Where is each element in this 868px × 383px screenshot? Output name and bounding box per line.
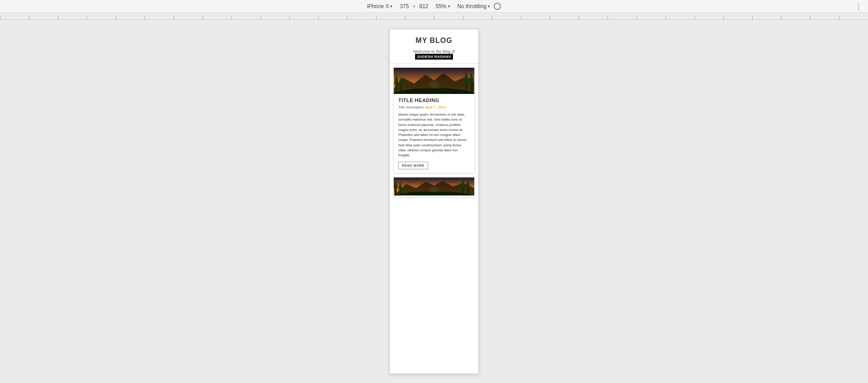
dimension-x: × [412,3,415,9]
zoom-selector[interactable]: 55% ▾ [436,3,450,9]
devtools-toolbar: iPhone X ▾ 375 × 812 55% ▾ No throttling… [0,0,868,13]
height-value: 812 [419,3,428,9]
blog-post-2 [393,177,475,198]
ruler [0,13,868,20]
throttling-label: No throttling [458,3,487,9]
post-body-text-1: Mauris neque quam, fermentum ut nisl vit… [398,112,470,158]
blog-author-badge: JUGESH RAGHAV [415,54,453,60]
device-caret: ▾ [390,4,392,9]
device-selector[interactable]: iPhone X ▾ [367,3,393,9]
more-options-button[interactable]: ⋮ [855,2,863,10]
post-date-1: April 7, 2014 [425,105,446,109]
zoom-value: 55% [436,3,447,9]
sensor-button[interactable] [494,3,501,10]
post-image-2 [394,177,474,197]
post-meta-label: Title description, [398,105,425,109]
post-body-1: TITLE HEADING Title description, April 7… [394,94,474,173]
post-image-1 [394,68,474,94]
read-more-button-1[interactable]: READ MORE [398,162,428,169]
blog-welcome: Welcome to the blog of JUGESH RAGHAV [395,49,473,60]
ruler-ticks [0,13,868,19]
device-label: iPhone X [367,3,389,9]
post-meta-1: Title description, April 7, 2014 [398,105,470,109]
blog-title: MY BLOG [395,37,473,45]
welcome-text: Welcome to the blog of [413,49,455,54]
width-value: 375 [400,3,409,9]
sensor-icon [494,3,501,10]
throttling-selector[interactable]: No throttling ▾ [458,3,491,9]
width-input-container[interactable]: 375 [400,3,409,9]
blog-post-1: TITLE HEADING Title description, April 7… [393,67,475,173]
throttling-caret: ▾ [488,4,490,9]
height-input-container[interactable]: 812 [419,3,428,9]
more-icon: ⋮ [855,2,863,10]
post-title-1: TITLE HEADING [398,98,470,103]
device-frame: MY BLOG Welcome to the blog of JUGESH RA… [389,29,479,374]
zoom-caret: ▾ [448,4,450,9]
blog-header: MY BLOG Welcome to the blog of JUGESH RA… [390,29,478,64]
page-area: MY BLOG Welcome to the blog of JUGESH RA… [0,20,868,383]
